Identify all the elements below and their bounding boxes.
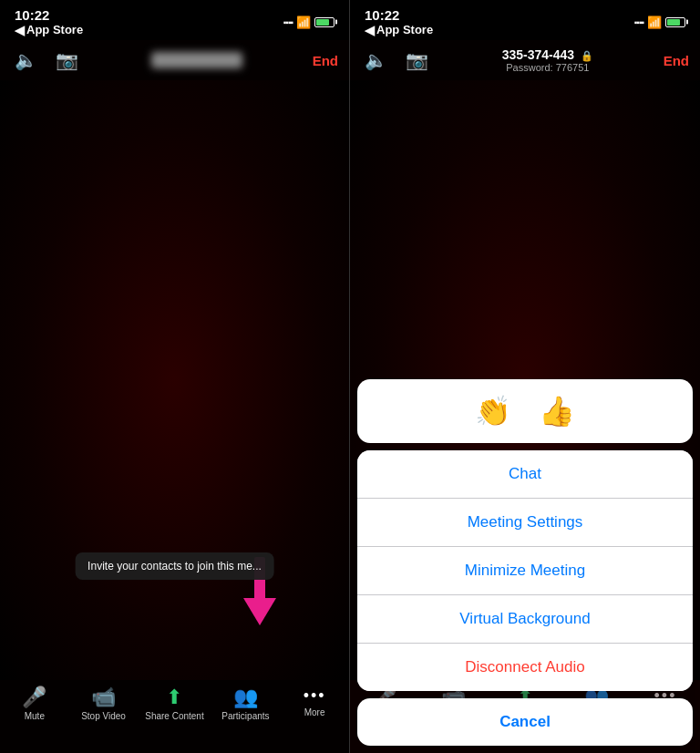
- left-participants-button[interactable]: 👥 Participants: [218, 687, 273, 721]
- right-end-button[interactable]: End: [664, 53, 689, 68]
- left-share-content-button[interactable]: ⬆ Share Content: [145, 687, 204, 721]
- more-label: More: [304, 707, 325, 717]
- left-status-icons: ▪▪▪▪ 📶: [283, 15, 335, 29]
- right-back-button[interactable]: ◀ App Store: [365, 23, 433, 37]
- left-back-label: App Store: [26, 23, 83, 36]
- phone-left: 10:22 ◀ App Store ▪▪▪▪ 📶 🔈 📷 End: [0, 0, 350, 753]
- left-speaker-button[interactable]: 🔈: [11, 46, 41, 75]
- left-chevron-icon: ◀: [15, 23, 25, 37]
- mute-label: Mute: [25, 711, 45, 721]
- arrow-head: [243, 598, 276, 625]
- left-wifi-icon: 📶: [296, 15, 311, 29]
- left-more-button[interactable]: ••• More: [287, 687, 342, 717]
- meeting-settings-menu-item[interactable]: Meeting Settings: [357, 499, 693, 547]
- virtual-background-menu-item[interactable]: Virtual Background: [357, 595, 693, 644]
- thumbs-up-emoji-button[interactable]: 👍: [539, 394, 575, 428]
- share-label: Share Content: [145, 711, 204, 721]
- meeting-id-text: 335-374-443 🔒: [443, 47, 653, 62]
- left-top-bar: 🔈 📷 End: [0, 40, 349, 80]
- left-status-bar: 10:22 ◀ App Store ▪▪▪▪ 📶: [0, 0, 349, 40]
- left-back-button[interactable]: ◀ App Store: [15, 23, 83, 37]
- participants-icon: 👥: [233, 687, 258, 707]
- right-status-bar: 10:22 ◀ App Store ▪▪▪▪ 📶: [350, 0, 700, 40]
- right-signal-icon: ▪▪▪▪: [634, 17, 643, 27]
- disconnect-audio-menu-item[interactable]: Disconnect Audio: [357, 644, 693, 691]
- left-end-button[interactable]: End: [313, 53, 338, 68]
- left-camera-button[interactable]: 📷: [52, 46, 82, 75]
- right-wifi-icon: 📶: [647, 15, 662, 29]
- right-battery-icon: [665, 17, 685, 27]
- left-signal-icon: ▪▪▪▪: [283, 17, 293, 27]
- action-sheet-menu: Chat Meeting Settings Minimize Meeting V…: [357, 450, 693, 691]
- right-time: 10:22: [365, 7, 433, 23]
- more-icon: •••: [304, 687, 326, 704]
- stop-video-icon: 📹: [91, 687, 116, 707]
- invite-tooltip: Invite your contacts to join this me...: [75, 552, 274, 580]
- right-camera-button[interactable]: 📷: [402, 46, 432, 75]
- minimize-meeting-menu-item[interactable]: Minimize Meeting: [357, 547, 693, 595]
- left-battery-icon: [314, 17, 335, 27]
- left-stop-video-button[interactable]: 📹 Stop Video: [77, 687, 131, 721]
- left-mute-button[interactable]: 🎤 Mute: [7, 687, 62, 721]
- right-top-bar: 🔈 📷 335-374-443 🔒 Password: 776751 End: [350, 40, 700, 80]
- left-participant-name: [151, 52, 242, 68]
- clap-emoji-button[interactable]: 👏: [475, 394, 511, 428]
- left-blurred-name-area: [93, 52, 302, 68]
- participants-label: Participants: [221, 711, 269, 721]
- right-speaker-button[interactable]: 🔈: [361, 46, 391, 75]
- action-sheet: 👏 👍 Chat Meeting Settings Minimize Meeti…: [350, 379, 700, 753]
- cancel-button[interactable]: Cancel: [357, 698, 693, 746]
- meeting-password: Password: 776751: [443, 62, 653, 73]
- phone-right: 10:22 ◀ App Store ▪▪▪▪ 📶 🔈 📷 335-374-443…: [350, 0, 700, 753]
- left-time: 10:22: [15, 7, 83, 23]
- left-video-area: Invite your contacts to join this me...: [0, 80, 349, 680]
- chat-menu-item[interactable]: Chat: [357, 450, 693, 499]
- emoji-reactions-row: 👏 👍: [357, 379, 693, 443]
- stop-video-label: Stop Video: [81, 711, 126, 721]
- right-back-label: App Store: [376, 23, 433, 36]
- right-meeting-info: 335-374-443 🔒 Password: 776751: [443, 47, 653, 73]
- lock-icon: 🔒: [581, 50, 593, 61]
- left-bottom-bar: 🎤 Mute 📹 Stop Video ⬆ Share Content 👥 Pa…: [0, 680, 349, 753]
- mute-icon: 🎤: [22, 687, 46, 707]
- share-icon: ⬆: [166, 687, 182, 707]
- right-chevron-icon: ◀: [365, 23, 375, 37]
- right-status-icons: ▪▪▪▪ 📶: [634, 15, 685, 29]
